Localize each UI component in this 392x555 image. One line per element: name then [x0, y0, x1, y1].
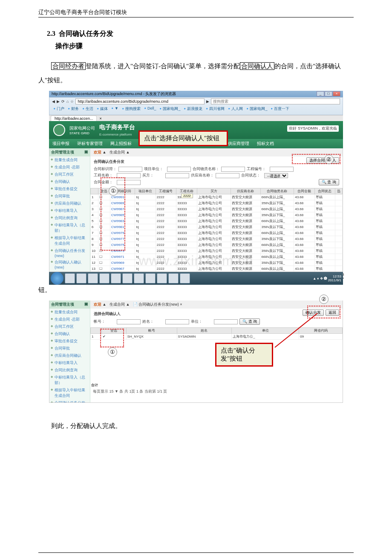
sidebar-item[interactable]: 中标结果导入 [49, 359, 90, 367]
callout-2: 点击"确认分发"按钮 [215, 343, 273, 367]
nav-fwd-icon[interactable]: ▶ [57, 99, 60, 104]
sidebar-item[interactable]: 合同工作区 [49, 323, 90, 330]
sidebar-item[interactable]: 合同确认人确认(new) [49, 259, 90, 270]
section-sub-heading: 操作步骤 [55, 42, 354, 51]
sidebar-item[interactable]: 合同比例查询 [49, 367, 90, 374]
star-icon[interactable]: ☆ [70, 99, 74, 104]
welcome-text: 你好 SYSADMIN，欢迎光临 [287, 125, 339, 132]
paragraph-3: 到此，分配确认人完成。 [38, 419, 354, 433]
browser-tab[interactable]: http://aribadev.accen... [51, 116, 97, 121]
sidebar-item[interactable]: 合同审批 [49, 193, 90, 200]
sidebar-item[interactable]: 合同确认任务分发(new) [49, 399, 90, 402]
page-footer: 2024/5/20 第 3 页 共 17 页 [38, 552, 354, 555]
sidebar-item[interactable]: 生成合同 -总部 [49, 316, 90, 323]
address-bar[interactable] [75, 98, 205, 104]
paragraph-1: 合同经办者登陆系统，进入"合同签订-合同确认"菜单，选择需分配合同确认人的合同，… [38, 59, 354, 87]
pager[interactable]: 每页显示 15 ▼ 条 共 1页 1 条 当前第 1/1 页 [90, 388, 343, 395]
nav-back-icon[interactable]: ◀ [52, 99, 55, 104]
start-button-icon[interactable] [51, 272, 63, 285]
refresh-icon[interactable]: ⟳ [61, 99, 65, 104]
bookmarks-bar[interactable]: 🔹门户🔹财务🔹生活🔹媒体🔹▼🔹搜狗搜索🔹Dell_🔹国家电网_🔹新浪接龙🔹四川省… [49, 105, 343, 113]
logo-icon [53, 124, 65, 136]
sidebar-item[interactable]: 生成合同 -总部 [49, 164, 90, 171]
sidebar: 合同管理主项▣ 批量生成合同生成合同 -总部合同工作区合同确认审批任务提交合同审… [49, 148, 90, 272]
contract-table: 全选合同标识符项目单位工程编号工程名称买方供应商名称合同物类名称合同金额合同状态… [90, 188, 343, 272]
sidebar-item[interactable]: 批量生成合同 [49, 156, 90, 164]
sidebar-item[interactable]: 合同确认 [49, 178, 90, 185]
sidebar-item[interactable]: 审批任务提交 [49, 338, 90, 345]
screenshot-1: http://aribadev.accenture.com/BidUpgrade… [49, 91, 343, 260]
sidebar-item[interactable]: 中标结果导入（总部） [49, 222, 90, 234]
sidebar-item[interactable]: 供应商合同确认 [49, 200, 90, 207]
screenshot-2: 合同管理主项▣ 批量生成合同生成合同 -总部合同工作区合同确认审批任务提交合同审… [49, 301, 343, 410]
row-checkbox[interactable]: ☐ [98, 254, 110, 260]
search-box[interactable] [211, 98, 340, 104]
sidebar-item[interactable]: 供应商确认(new) [49, 270, 90, 272]
callout-1: 点击"选择合同确认人"按钮 [138, 130, 228, 146]
home-icon[interactable]: ⌂ [66, 99, 69, 104]
sidebar-item[interactable]: 根据导入中标结果生成合同 [49, 387, 90, 399]
taskbar[interactable]: ▲ ♦ ❖ ⓿ 12:532011/9/1 [49, 272, 343, 285]
sidebar-item[interactable]: 批量生成合同 [49, 309, 90, 316]
sidebar-item[interactable]: 合同确认 [49, 330, 90, 338]
sidebar-item[interactable]: 合同比例查询 [49, 214, 90, 222]
doc-header: 辽宁公司电子商务平台合同签订模块 [38, 9, 354, 17]
sidebar-item[interactable]: 合同确认任务分发(new) [49, 247, 90, 259]
search-button[interactable]: 🔍 查 询 [319, 179, 339, 185]
window-controls[interactable]: _□× [317, 91, 340, 97]
sidebar-item[interactable]: 中标结果导入 [49, 207, 90, 214]
sidebar-item[interactable]: 合同工作区 [49, 171, 90, 178]
search-button[interactable]: 🔍 查 询 [239, 318, 260, 325]
row-checkbox[interactable]: ☐ [98, 266, 110, 272]
sidebar-item[interactable]: 中标结果导入（总部） [49, 374, 90, 387]
section-heading: 2.3 合同确认任务分发 [47, 29, 354, 38]
sidebar-item[interactable]: 供应商合同确认 [49, 352, 90, 359]
row-checkbox[interactable]: ☐ [98, 260, 110, 266]
content-tabs[interactable]: 欢迎 ▲ 生成合同 ▲ 📄 合同确认任务分发(new) × [90, 301, 343, 309]
sidebar: 合同管理主项▣ 批量生成合同生成合同 -总部合同工作区合同确认审批任务提交合同审… [49, 301, 90, 402]
confirmer-table: 全选帐号姓名单位网省代码1✔SH_NYQXSYSADMIN上海市电力公_09 [90, 327, 343, 340]
sidebar-item[interactable]: 合同审批 [49, 345, 90, 352]
sidebar-item[interactable]: 根据导入中标结果生成合同 [49, 234, 90, 247]
sidebar-item[interactable]: 审批任务提交 [49, 185, 90, 193]
